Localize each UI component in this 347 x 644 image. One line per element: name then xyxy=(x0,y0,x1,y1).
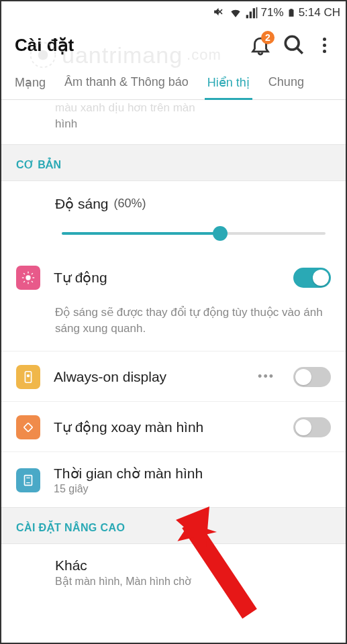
svg-line-3 xyxy=(297,48,303,54)
notifications-button[interactable]: 2 xyxy=(249,34,272,56)
screen-timeout-label: Thời gian chờ màn hình xyxy=(54,466,331,482)
tab-network[interactable]: Mạng xyxy=(5,67,55,99)
svg-rect-16 xyxy=(25,476,32,486)
status-bar: 71% 5:14 CH xyxy=(1,1,346,24)
battery-percent: 71% xyxy=(261,6,284,19)
section-basic: CƠ BẢN xyxy=(1,144,346,181)
more-menu-button[interactable] xyxy=(316,38,332,53)
svg-rect-15 xyxy=(24,423,33,431)
auto-brightness-description: Độ sáng sẽ được thay đổi tự động tùy thu… xyxy=(1,302,346,352)
app-header: Cài đặt 2 xyxy=(1,24,346,67)
wifi-icon xyxy=(229,6,242,19)
auto-rotate-label: Tự động xoay màn hình xyxy=(54,419,280,435)
settings-list[interactable]: màu xanh dịu hơn trên màn hình CƠ BẢN Độ… xyxy=(1,100,346,600)
auto-rotate-toggle[interactable] xyxy=(293,417,331,437)
svg-rect-1 xyxy=(290,9,293,10)
mute-icon xyxy=(213,6,226,19)
brightness-percent: (60%) xyxy=(114,197,146,211)
page-title: Cài đặt xyxy=(15,35,238,56)
signal-icon xyxy=(245,6,258,19)
svg-point-2 xyxy=(285,36,299,50)
status-time: 5:14 CH xyxy=(299,6,340,19)
rotate-icon xyxy=(16,415,40,439)
other-row[interactable]: Khác Bật màn hình, Màn hình chờ xyxy=(1,544,346,600)
other-label: Khác xyxy=(55,557,331,574)
brightness-auto-icon xyxy=(16,266,40,290)
dot-icon xyxy=(323,50,326,53)
search-icon xyxy=(283,34,305,56)
other-sub: Bật màn hình, Màn hình chờ xyxy=(55,575,331,588)
aod-more-icon[interactable]: ••• xyxy=(258,370,275,384)
tab-display[interactable]: Hiển thị xyxy=(198,67,259,99)
svg-point-4 xyxy=(26,275,30,280)
tab-general[interactable]: Chung xyxy=(259,67,313,99)
aod-label: Always-on display xyxy=(54,369,244,385)
dot-icon xyxy=(323,38,326,41)
section-advanced: CÀI ĐẶT NÂNG CAO xyxy=(1,507,346,544)
timeout-icon xyxy=(16,468,40,492)
auto-brightness-row[interactable]: Tự động xyxy=(1,252,346,302)
brightness-row: Độ sáng (60%) xyxy=(1,181,346,215)
auto-brightness-label: Tự động xyxy=(54,270,280,286)
slider-thumb[interactable] xyxy=(213,226,228,241)
tab-bar: Mạng Âm thanh & Thông báo Hiển thị Chung xyxy=(1,67,346,100)
tab-sound[interactable]: Âm thanh & Thông báo xyxy=(55,67,198,99)
svg-line-10 xyxy=(32,281,33,282)
aod-row[interactable]: Always-on display ••• xyxy=(1,352,346,402)
brightness-label: Độ sáng xyxy=(55,196,109,212)
dot-icon xyxy=(323,44,326,47)
aod-toggle[interactable] xyxy=(293,367,331,387)
notification-badge: 2 xyxy=(261,31,275,44)
clipped-setting-desc: màu xanh dịu hơn trên màn hình xyxy=(1,100,346,144)
svg-point-14 xyxy=(28,375,30,377)
auto-brightness-toggle[interactable] xyxy=(293,268,331,288)
screen-timeout-value: 15 giây xyxy=(54,483,331,495)
search-button[interactable] xyxy=(283,34,305,56)
auto-rotate-row[interactable]: Tự động xoay màn hình xyxy=(1,402,346,452)
battery-icon xyxy=(287,5,296,20)
svg-rect-0 xyxy=(289,9,293,17)
svg-line-12 xyxy=(32,273,33,274)
svg-line-9 xyxy=(23,273,25,274)
aod-icon xyxy=(16,365,40,389)
svg-line-11 xyxy=(23,281,25,282)
brightness-slider[interactable] xyxy=(62,225,326,241)
screen-timeout-row[interactable]: Thời gian chờ màn hình 15 giây xyxy=(1,452,346,507)
